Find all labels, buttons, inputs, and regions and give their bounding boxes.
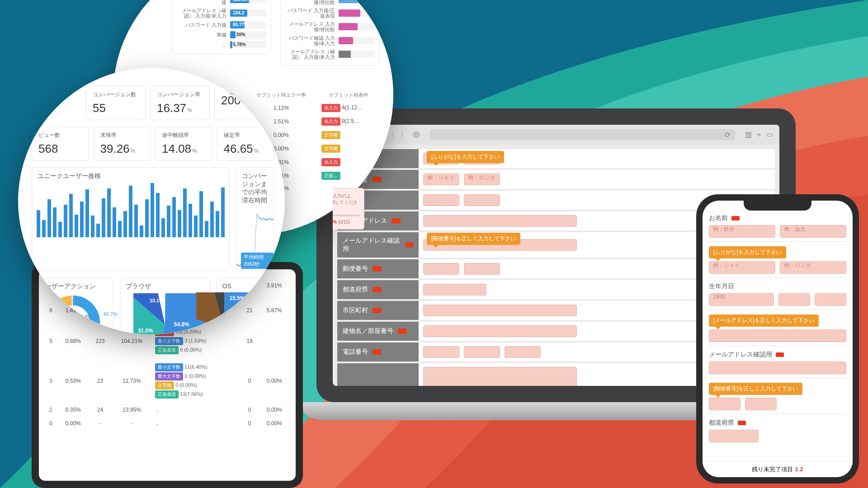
kpi-card: 来帰率 39.26%: [94, 127, 151, 161]
shield-icon: [413, 131, 420, 138]
required-badge: [373, 266, 382, 272]
table-row: 30.53%2311.73% 最小文字数 11(6.40%)最大文字数 0 (0…: [44, 359, 290, 403]
bar: [85, 189, 89, 237]
bar: [167, 206, 170, 237]
dob-year-input[interactable]: 1999: [709, 293, 774, 306]
form-input[interactable]: [423, 367, 577, 386]
kpi-value: 568: [38, 142, 82, 156]
progress-bar: [333, 215, 360, 216]
bar: [178, 210, 181, 237]
bar: [96, 224, 100, 237]
form-input[interactable]: [423, 325, 577, 337]
panel-title: コンバージョンまでの平均滞在時間: [236, 168, 274, 207]
magnifier-front: コンバージョン数 55 コンバージョン率 16.37% 200 ビュー数 568…: [18, 68, 285, 334]
kpi-label: ビュー数: [38, 131, 82, 139]
hbar-row: … 5.78%: [177, 41, 266, 48]
dob-day-input[interactable]: [815, 293, 846, 306]
form-label: 電話番号: [337, 343, 419, 361]
required-badge: [738, 421, 746, 425]
postal-1-input[interactable]: [709, 398, 741, 410]
required-badge: [392, 218, 401, 224]
form-label: 市区町村: [337, 301, 419, 320]
dob-month-input[interactable]: [778, 293, 810, 306]
bar: [80, 202, 84, 237]
required-badge: [398, 328, 407, 334]
form-input[interactable]: [464, 194, 500, 206]
required-badge: [373, 308, 382, 313]
form-input[interactable]: 例：ジャイ: [423, 174, 459, 185]
bar: [205, 221, 208, 237]
form-input[interactable]: [423, 194, 459, 206]
phone-footer: 残り未完了項目1 2: [703, 461, 853, 477]
bar: [140, 225, 143, 237]
unique-users-bar-chart: [32, 183, 229, 242]
bar: [123, 211, 127, 237]
table-header: サブミット時条件: [318, 89, 380, 101]
bar: [216, 211, 219, 237]
hbar-row: メールアドレス 入力後/併比較: [285, 21, 375, 32]
bar: [151, 183, 154, 237]
add-tab-icon[interactable]: ＋: [755, 130, 763, 140]
phone-notch: [744, 201, 811, 211]
reload-icon[interactable]: ⟳: [725, 131, 731, 139]
kpi-value: 16.37%: [157, 101, 203, 115]
furigana-first-input[interactable]: 例：ロンタ: [780, 261, 846, 274]
hbar-row: パスワード確認 入力後 115.53%: [177, 0, 266, 5]
form-progress-panel: 必須項目に入力の上 送信ボタンを押してください。 入力進捗 0% (0/15): [333, 188, 364, 230]
form-input[interactable]: [423, 305, 577, 316]
bar: [42, 220, 46, 237]
name-first-input[interactable]: 例：論太: [780, 225, 846, 238]
bar: [69, 194, 73, 237]
form-row: お名前 例：姓井例：陸太: [337, 149, 775, 168]
table-row: 00.00%-- ⌄ 00.00%: [44, 417, 290, 430]
tooltip-furigana: [ふりがな]を入力して下さい: [427, 151, 504, 163]
kpi-label: 確定率: [224, 131, 268, 139]
forward-icon[interactable]: 〉: [400, 129, 408, 140]
form-input[interactable]: 例：ロンタ: [464, 174, 500, 185]
bar: [156, 193, 160, 237]
tooltip-furigana: [ふりがな]を入力して下さい: [709, 246, 786, 258]
pie-slice-label: 31.5%: [138, 328, 153, 334]
form-input[interactable]: [423, 284, 486, 296]
share-icon[interactable]: ▥: [745, 130, 752, 140]
tooltip-postal: [郵便番号]を正しく入力して下さい: [709, 383, 802, 395]
bar: [210, 202, 214, 237]
form-input[interactable]: [423, 263, 459, 275]
tabs-icon[interactable]: ▭: [766, 130, 773, 140]
conversion-time-line-chart: 平均時間 2062秒: [236, 207, 274, 271]
progress-status: 入力進捗 0% (0/15): [333, 219, 360, 225]
bar: [172, 197, 176, 237]
bar: [118, 221, 122, 237]
form-label: 都道府県: [337, 280, 419, 299]
form-input[interactable]: [423, 215, 577, 227]
kpi-card: ビュー数 568: [32, 127, 89, 161]
form-input[interactable]: [423, 346, 459, 358]
name-last-input[interactable]: 例：姓井: [709, 225, 775, 238]
bar: [75, 215, 78, 237]
mail-confirm-input[interactable]: [709, 361, 846, 374]
form-input[interactable]: [464, 346, 500, 358]
url-bar[interactable]: ⟳: [430, 129, 735, 140]
kpi-card: 確定率 46.65%: [217, 127, 274, 161]
bar: [113, 207, 116, 237]
panel-title: ブラウザ: [120, 278, 209, 293]
hbar-row: メールアドレス（確認） 入力後/未入力: [285, 49, 375, 60]
table-header: サブミット時エラー率: [245, 89, 317, 101]
postal-2-input[interactable]: [745, 398, 777, 410]
form-input[interactable]: [464, 263, 500, 275]
mail-input[interactable]: [709, 329, 846, 342]
required-badge: [373, 287, 382, 292]
form-input[interactable]: [505, 346, 541, 358]
browser-toolbar: ▤ 〈 〉 ⟳ ▥ ＋ ▭: [333, 125, 779, 145]
table-row: 20.35%2413.95% ⌄ 00.00%: [44, 403, 290, 417]
bar: [64, 205, 67, 237]
panel-title: ユニークユーザー推移: [32, 168, 229, 183]
hbar-row: パスワード 入力後/正規表現: [285, 8, 375, 19]
prefecture-input[interactable]: [709, 430, 759, 442]
field-label: 生年月日: [709, 282, 734, 291]
bar: [53, 207, 57, 237]
required-badge: [405, 242, 413, 248]
bar: [134, 205, 138, 237]
field-label: お名前: [709, 214, 728, 222]
bar: [161, 218, 165, 237]
